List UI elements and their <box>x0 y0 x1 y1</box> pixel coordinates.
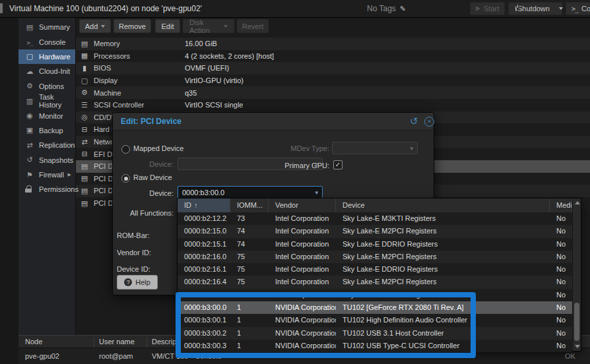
list-item[interactable]: 0000:b2:12.2 73 Intel Corporation Sky La… <box>178 212 572 225</box>
sidebar-item[interactable]: Cloud-Init <box>18 64 75 78</box>
sidebar-item[interactable]: Permissions <box>18 182 75 197</box>
sidebar-item[interactable]: Replication <box>18 138 75 152</box>
sidebar-item[interactable]: Firewall ▶ <box>18 167 75 182</box>
table-row[interactable]: Processors 4 (2 sockets, 2 cores) [host] <box>76 50 590 63</box>
task-user: root@pam <box>99 352 133 360</box>
disk-action-button: Disk Action <box>183 19 234 33</box>
list-item[interactable]: 0000:b2:16.0 75 Intel Corporation Sky La… <box>178 251 572 263</box>
cell-vendor: Intel Corporation <box>269 238 336 251</box>
console-button[interactable]: >_ Console <box>566 2 590 15</box>
list-item[interactable]: 0000:b2:15.1 74 Intel Corporation Sky La… <box>178 238 572 251</box>
undo-icon[interactable]: ↺ <box>410 115 418 127</box>
cell-iommu: 1 <box>230 327 269 340</box>
hardware-item-label: SCSI Controller <box>94 101 185 109</box>
sidebar-item[interactable]: Summary <box>18 20 75 34</box>
cell-iommu: 75 <box>230 251 269 263</box>
remove-button[interactable]: Remove <box>114 19 151 33</box>
titlebar: Virtual Machine 100 (ubuntu2204) on node… <box>0 0 590 18</box>
cell-iommu: 1 <box>230 340 269 352</box>
sidebar-item-icon <box>24 185 35 193</box>
primary-gpu-checkbox[interactable]: ✓ <box>333 160 343 169</box>
chevron-down-icon[interactable] <box>559 7 563 10</box>
edit-button[interactable]: Edit <box>155 19 180 33</box>
list-item[interactable]: 0000:b3:00.0 1 NVIDIA Corporation TU102 … <box>178 301 572 314</box>
table-row[interactable]: Memory 16.00 GiB <box>76 38 590 50</box>
table-row[interactable]: BIOS OVMF (UEFI) <box>76 62 590 75</box>
hardware-item-icon <box>79 101 90 109</box>
sidebar-item-icon <box>24 171 35 179</box>
list-item[interactable]: 0000:b3:00.3 1 NVIDIA Corporation TU102 … <box>178 340 572 352</box>
sidebar-item[interactable]: Backup <box>18 123 75 138</box>
tags-area[interactable]: No Tags✎ <box>367 4 406 13</box>
cell-vendor: NVIDIA Corporation <box>269 301 336 314</box>
list-item[interactable]: 0000:b2:16.1 75 Intel Corporation Sky La… <box>178 263 572 276</box>
dialog-header[interactable]: Edit: PCI Device ↺ × <box>113 113 434 131</box>
chevron-down-icon <box>101 25 105 28</box>
chevron-down-icon[interactable]: ▾ <box>315 189 318 196</box>
list-item[interactable]: 0000:b2:16.5 75 Intel Corporation Sky La… <box>178 289 572 301</box>
table-row[interactable]: SCSI Controller VirtIO SCSI single <box>76 99 590 111</box>
sidebar-item-label: Hardware <box>39 53 71 61</box>
list-item[interactable]: 0000:b3:00.1 1 NVIDIA Corporation TU102 … <box>178 314 572 326</box>
cell-device: Sky Lake-E DDRIO Registers <box>336 289 550 301</box>
cell-id: 0000:b2:16.5 <box>178 289 230 301</box>
hardware-item-value: q35 <box>185 89 197 97</box>
submenu-arrow-icon: ▶ <box>68 172 71 177</box>
cell-vendor: Intel Corporation <box>269 251 336 263</box>
dropdown-header-row: ID↑ IOMM... Vendor Device Medi... <box>178 198 581 213</box>
start-button: Start <box>470 2 505 15</box>
hardware-item-value: 16.00 GiB <box>185 40 217 47</box>
scroll-up-icon[interactable] <box>575 201 580 204</box>
edit-tags-icon[interactable]: ✎ <box>400 5 406 13</box>
sidebar-item[interactable]: Options <box>18 79 75 94</box>
sidebar-item[interactable]: Snapshots <box>18 153 75 167</box>
raw-device-radio[interactable] <box>121 174 130 183</box>
cell-device: TU102 High Definition Audio Controller <box>336 314 550 326</box>
cell-id: 0000:b3:00.3 <box>178 340 230 352</box>
sidebar-item-icon <box>24 126 35 135</box>
scrollbar-thumb[interactable] <box>574 303 579 341</box>
column-header-id[interactable]: ID↑ <box>178 198 230 212</box>
hardware-item-label: Processors <box>94 52 185 60</box>
cell-mediated: No <box>550 212 572 225</box>
sidebar-item-label: Options <box>39 82 64 90</box>
close-icon[interactable]: × <box>424 117 434 127</box>
add-button[interactable]: Add <box>79 19 111 33</box>
cell-mediated: No <box>550 314 572 326</box>
task-status: OK <box>565 352 575 360</box>
cell-id: 0000:b2:16.4 <box>178 276 230 288</box>
vendor-id-label: Vendor ID: <box>117 249 151 257</box>
sidebar-item[interactable]: Monitor <box>18 108 75 123</box>
task-description: VM/CT 100 - Console <box>152 352 222 360</box>
column-header-username[interactable]: User name <box>99 338 135 346</box>
list-item[interactable]: 0000:b3:00.2 1 NVIDIA Corporation TU102 … <box>178 327 572 340</box>
column-header-device[interactable]: Device <box>336 198 550 212</box>
primary-gpu-label: Primary GPU: <box>277 162 329 169</box>
sidebar-item-icon <box>24 141 35 150</box>
cell-device: TU102 USB Type-C UCSI Controller <box>336 340 550 352</box>
hardware-item-value: OVMF (UEFI) <box>185 64 229 72</box>
cell-id: 0000:b3:00.0 <box>178 301 230 314</box>
shutdown-button[interactable]: Shutdown <box>508 2 562 15</box>
page-title: Virtual Machine 100 (ubuntu2204) on node… <box>9 4 202 13</box>
help-button[interactable]: ? Help <box>117 275 158 289</box>
list-item[interactable]: 0000:b2:16.4 75 Intel Corporation Sky La… <box>178 276 572 288</box>
mapped-device-radio[interactable] <box>121 145 130 154</box>
list-item[interactable]: 0000:b2:15.0 74 Intel Corporation Sky La… <box>178 225 572 237</box>
column-header-iommu[interactable]: IOMM... <box>230 198 269 212</box>
column-header-node[interactable]: Node <box>25 338 42 346</box>
scrollbar[interactable] <box>572 198 581 351</box>
sidebar-item[interactable]: Hardware <box>18 49 75 64</box>
cell-mediated: No <box>550 340 572 352</box>
device-combobox[interactable]: 0000:b3:00.0 ▾ <box>178 186 323 198</box>
hardware-item-icon <box>79 138 90 146</box>
table-row[interactable]: Display VirtIO-GPU (virtio) <box>76 75 590 87</box>
sidebar-item[interactable]: Task History <box>18 94 75 108</box>
sidebar-item[interactable]: Console <box>18 34 75 49</box>
column-header-vendor[interactable]: Vendor <box>269 198 336 212</box>
column-header-mediated[interactable]: Medi... <box>550 198 572 212</box>
raw-device-label: Raw Device <box>133 173 172 181</box>
cell-vendor: NVIDIA Corporation <box>269 327 336 340</box>
scroll-down-icon[interactable] <box>575 345 580 348</box>
table-row[interactable]: Machine q35 <box>76 86 590 99</box>
